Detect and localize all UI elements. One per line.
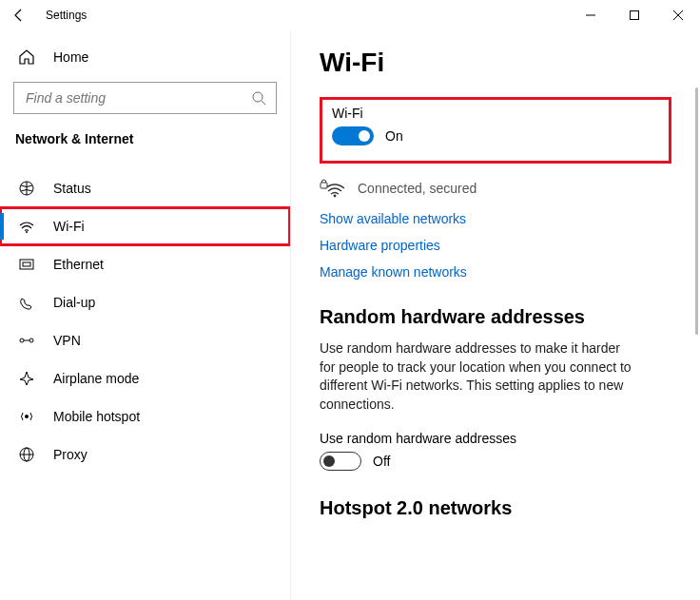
nav-item-vpn[interactable]: VPN — [0, 321, 290, 359]
svg-rect-9 — [20, 260, 33, 269]
nav-label: VPN — [53, 333, 81, 348]
random-hw-heading: Random hardware addresses — [320, 306, 671, 328]
nav-item-status[interactable]: Status — [0, 169, 290, 207]
svg-rect-1 — [631, 11, 639, 20]
nav-label: Ethernet — [53, 257, 104, 272]
maximize-button[interactable] — [612, 0, 656, 30]
connection-status-text: Connected, secured — [358, 181, 476, 196]
vpn-icon — [17, 332, 36, 349]
svg-rect-10 — [23, 262, 30, 266]
svg-rect-19 — [321, 183, 327, 188]
window-controls — [569, 0, 700, 30]
hotspot-icon — [17, 408, 36, 425]
content-pane: Wi-Fi Wi-Fi On Connected, secured Show a… — [290, 30, 700, 600]
home-label: Home — [53, 49, 88, 65]
random-hw-toggle[interactable] — [320, 452, 361, 471]
back-button[interactable] — [11, 8, 34, 23]
wifi-toggle-section: Wi-Fi On — [320, 97, 671, 164]
minimize-button[interactable] — [569, 0, 612, 30]
random-hw-toggle-state: Off — [373, 454, 390, 469]
nav-label: Airplane mode — [53, 371, 139, 386]
wifi-sublabel: Wi-Fi — [332, 106, 659, 121]
status-icon — [17, 180, 36, 197]
show-networks-link[interactable]: Show available networks — [320, 211, 671, 226]
ethernet-icon — [17, 256, 36, 273]
svg-point-14 — [25, 415, 29, 418]
nav-item-hotspot[interactable]: Mobile hotspot — [0, 397, 290, 435]
airplane-icon — [17, 370, 36, 387]
hardware-props-link[interactable]: Hardware properties — [320, 238, 671, 253]
nav-item-airplane[interactable]: Airplane mode — [0, 359, 290, 397]
dialup-icon — [17, 294, 36, 311]
nav-label: Wi-Fi — [53, 219, 85, 234]
svg-point-8 — [26, 231, 28, 233]
wifi-toggle-state: On — [385, 128, 403, 144]
window-title: Settings — [46, 9, 87, 22]
manage-known-link[interactable]: Manage known networks — [320, 264, 671, 280]
search-icon — [251, 90, 266, 106]
page-title: Wi-Fi — [320, 48, 671, 78]
svg-point-4 — [253, 92, 262, 102]
wifi-icon — [17, 218, 36, 235]
titlebar: Settings — [0, 0, 700, 30]
random-hw-desc: Use random hardware addresses to make it… — [320, 339, 633, 414]
svg-point-18 — [334, 195, 337, 198]
search-input[interactable] — [24, 89, 251, 106]
hotspot-heading: Hotspot 2.0 networks — [320, 497, 671, 519]
nav-label: Status — [53, 181, 91, 196]
svg-point-11 — [20, 339, 24, 342]
section-heading: Network & Internet — [0, 124, 290, 160]
nav-label: Proxy — [53, 447, 88, 462]
scrollbar[interactable] — [695, 87, 698, 335]
search-field[interactable] — [13, 82, 277, 114]
svg-point-12 — [29, 339, 33, 342]
svg-line-5 — [262, 101, 265, 105]
wifi-secured-icon — [320, 177, 346, 200]
nav-item-dialup[interactable]: Dial-up — [0, 283, 290, 321]
home-icon — [17, 48, 36, 66]
nav-item-proxy[interactable]: Proxy — [0, 435, 290, 474]
nav-list: Status Wi-Fi Ethernet Dial-up — [0, 169, 290, 474]
connection-status-row: Connected, secured — [320, 177, 671, 200]
sidebar: Home Network & Internet Status — [0, 30, 290, 600]
random-hw-toggle-label: Use random hardware addresses — [320, 431, 671, 446]
home-link[interactable]: Home — [0, 38, 290, 76]
nav-item-wifi[interactable]: Wi-Fi — [0, 207, 290, 245]
wifi-toggle[interactable] — [332, 126, 374, 145]
nav-label: Mobile hotspot — [53, 409, 140, 424]
proxy-icon — [17, 446, 36, 463]
nav-label: Dial-up — [53, 295, 95, 310]
nav-item-ethernet[interactable]: Ethernet — [0, 245, 290, 283]
close-button[interactable] — [656, 0, 700, 30]
